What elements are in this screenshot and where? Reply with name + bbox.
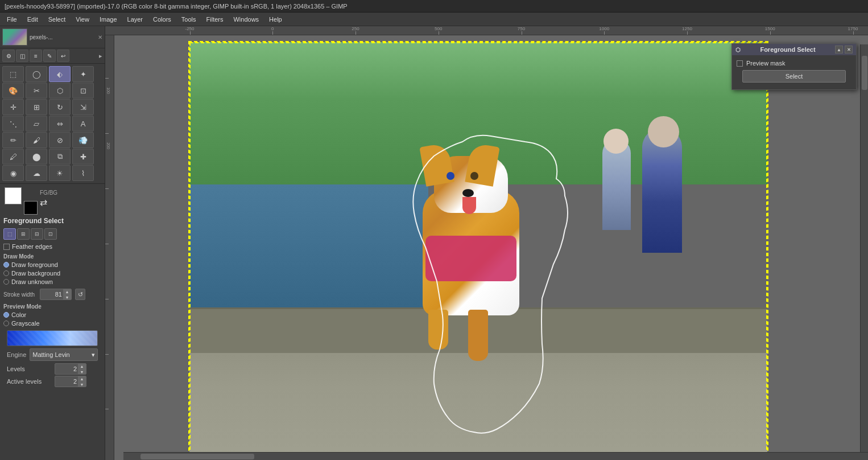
color-swatches[interactable] [5, 187, 33, 210]
tool-crop[interactable]: ⊡ [72, 83, 94, 98]
levels-label: Levels [7, 365, 52, 372]
mode-btn-replace[interactable]: ⬚ [3, 228, 16, 240]
stroke-width-refresh[interactable]: ↺ [75, 289, 85, 300]
preview-color-radio[interactable] [3, 312, 9, 318]
ruler-label-250: 250 [352, 26, 359, 31]
menu-select[interactable]: Select [44, 15, 71, 24]
feather-edges-option: Feather edges [3, 243, 101, 250]
tool-free-select[interactable]: ⬖ [49, 66, 71, 82]
active-levels-input[interactable]: 2 [55, 378, 78, 385]
tool-shear[interactable]: ⋱ [2, 116, 24, 132]
engine-dropdown[interactable]: Matting Levin ▾ [30, 348, 98, 361]
menu-tools[interactable]: Tools [177, 15, 201, 24]
tool-rect-select[interactable]: ⬚ [2, 66, 24, 82]
menu-filters[interactable]: Filters [202, 15, 228, 24]
canvas-area[interactable]: -250 0 250 500 750 1000 1250 1500 1750 [105, 26, 868, 460]
stroke-width-up[interactable]: ▲ [63, 289, 71, 294]
stroke-width-input[interactable]: 81 [40, 291, 63, 298]
tab-undo[interactable]: ↩ [57, 50, 69, 62]
tool-move[interactable]: ✛ [2, 99, 24, 115]
select-button[interactable]: Select [742, 70, 846, 83]
ruler-v-100: 100 [106, 87, 110, 94]
draw-bg-option[interactable]: Draw background [3, 270, 101, 277]
tool-dodge-burn[interactable]: ☀ [49, 165, 71, 181]
draw-fg-option[interactable]: Draw foreground [3, 261, 101, 268]
tool-fuzzy-select[interactable]: ✦ [72, 66, 94, 82]
tool-smudge[interactable]: ☁ [26, 165, 47, 181]
menu-layer[interactable]: Layer [123, 15, 148, 24]
active-levels-row: Active levels 2 ▲ ▼ [7, 376, 98, 387]
active-levels-up[interactable]: ▲ [78, 376, 86, 381]
tool-ellipse-select[interactable]: ◯ [26, 66, 47, 82]
tool-clone[interactable]: ⧉ [49, 149, 71, 165]
tool-airbrush[interactable]: 💨 [72, 132, 94, 148]
ruler-vertical: 100 200 [105, 35, 114, 460]
preview-mask-checkbox[interactable] [737, 60, 743, 67]
preview-grayscale-radio[interactable] [3, 321, 9, 326]
menu-help[interactable]: Help [264, 15, 287, 24]
tab-tool-options[interactable]: ⚙ [2, 50, 15, 62]
horizontal-scrollbar[interactable] [123, 452, 868, 460]
mode-btn-intersect[interactable]: ⊡ [44, 228, 57, 240]
tab-paths[interactable]: ✎ [43, 50, 56, 62]
draw-unknown-option[interactable]: Draw unknown [3, 278, 101, 285]
active-levels-spinbox[interactable]: 2 ▲ ▼ [55, 376, 86, 387]
tool-eraser[interactable]: ⊘ [49, 132, 71, 148]
active-levels-down[interactable]: ▼ [78, 381, 86, 387]
levels-row: Levels 2 ▲ ▼ [7, 363, 98, 375]
stroke-width-spinbox[interactable]: 81 ▲ ▼ [40, 289, 72, 300]
tool-blur-sharpen[interactable]: ◉ [2, 165, 24, 181]
vertical-scrollbar[interactable] [860, 44, 868, 452]
image-thumbnail[interactable] [2, 28, 27, 46]
dialog-close[interactable]: ✕ [845, 46, 853, 54]
tool-fg-select[interactable]: ⬡ [49, 83, 71, 98]
swap-colors[interactable]: ⇄ [40, 197, 57, 208]
menu-windows[interactable]: Windows [229, 15, 263, 24]
levels-up[interactable]: ▲ [78, 363, 86, 369]
draw-unknown-radio[interactable] [3, 279, 9, 285]
foreground-color[interactable] [5, 187, 22, 204]
menu-view[interactable]: View [71, 15, 94, 24]
image-canvas[interactable] [114, 35, 868, 460]
tool-rotate[interactable]: ↻ [49, 99, 71, 115]
preview-grayscale-option[interactable]: Grayscale [3, 320, 101, 327]
menu-file[interactable]: File [2, 15, 22, 24]
tool-ink[interactable]: 🖊 [2, 149, 24, 165]
tool-paths[interactable]: ⌇ [72, 165, 94, 181]
tool-align[interactable]: ⊞ [26, 99, 47, 115]
levels-spinbox[interactable]: 2 ▲ ▼ [55, 363, 86, 375]
tool-text[interactable]: A [72, 116, 94, 132]
feather-edges-checkbox[interactable] [3, 244, 10, 250]
draw-bg-radio[interactable] [3, 270, 9, 276]
tool-by-color[interactable]: 🎨 [2, 83, 24, 98]
tool-perspective[interactable]: ▱ [26, 116, 47, 132]
tab-channels[interactable]: ≡ [30, 50, 42, 62]
image-tab-close[interactable]: ✕ [98, 34, 102, 40]
tool-scissors[interactable]: ✂ [26, 83, 47, 98]
image-tab-title[interactable]: pexels-... [30, 34, 53, 40]
menu-bar: File Edit Select View Image Layer Colors… [0, 13, 868, 26]
tool-heal[interactable]: ✚ [72, 149, 94, 165]
stroke-width-down[interactable]: ▼ [63, 294, 71, 300]
mode-btn-subtract[interactable]: ⊟ [31, 228, 43, 240]
background-color[interactable] [24, 201, 38, 215]
menu-edit[interactable]: Edit [23, 15, 43, 24]
draw-fg-radio[interactable] [3, 262, 9, 268]
menu-image[interactable]: Image [95, 15, 122, 24]
fg-bg-label: FG/BG [40, 190, 57, 196]
menu-colors[interactable]: Colors [148, 15, 176, 24]
preview-color-option[interactable]: Color [3, 311, 101, 318]
levels-input[interactable]: 2 [55, 365, 78, 372]
mode-btn-add[interactable]: ⊞ [17, 228, 30, 240]
foreground-select-dialog: ⬡ Foreground Select ▲ ✕ Preview mask Sel… [731, 43, 857, 90]
tab-layers[interactable]: ◫ [16, 50, 28, 62]
levels-down[interactable]: ▼ [78, 369, 86, 375]
tool-flip[interactable]: ⇔ [49, 116, 71, 132]
dialog-minimize[interactable]: ▲ [835, 46, 843, 54]
tabs-more[interactable]: ▸ [99, 52, 102, 60]
main-layout: pexels-... ✕ ⚙ ◫ ≡ ✎ ↩ ▸ ⬚ ◯ ⬖ ✦ 🎨 ✂ ⬡ ⊡… [0, 26, 868, 460]
tool-paintbrush[interactable]: 🖌 [26, 132, 47, 148]
tool-pencil[interactable]: ✏ [2, 132, 24, 148]
tool-scale[interactable]: ⇲ [72, 99, 94, 115]
tool-mypaint[interactable]: ⬤ [26, 149, 47, 165]
